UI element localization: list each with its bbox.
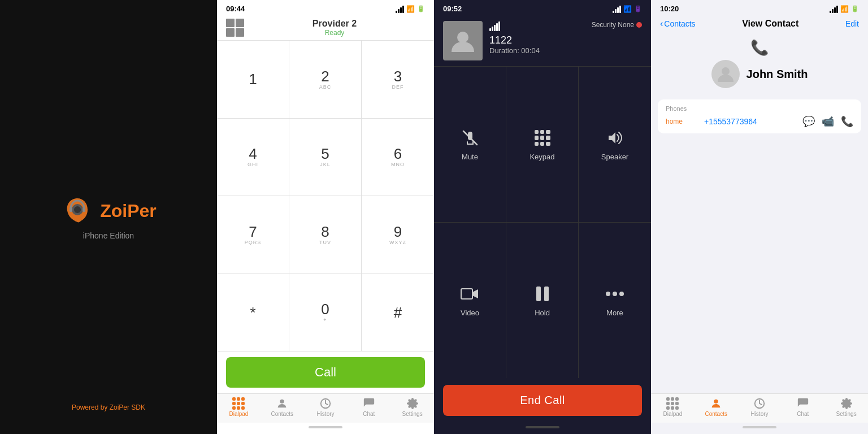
- settings-icon: [406, 397, 419, 410]
- video-button[interactable]: Video: [434, 223, 506, 378]
- call-info-section: 1122 Duration: 00:04 Security None: [434, 15, 651, 66]
- call-duration: Duration: 00:04: [489, 46, 585, 55]
- back-button[interactable]: ‹ Contacts: [660, 19, 696, 29]
- caller-avatar-image: [449, 27, 476, 54]
- dial-key-#[interactable]: #: [362, 274, 434, 352]
- tab-settings-contact[interactable]: Settings: [824, 397, 868, 417]
- more-icon: [605, 284, 625, 304]
- mute-label: Mute: [462, 153, 478, 161]
- svg-point-6: [457, 32, 468, 43]
- video-action-icon[interactable]: 📹: [822, 115, 834, 128]
- call-wifi-icon: 📶: [623, 5, 632, 13]
- tab-history-dialpad[interactable]: History: [304, 397, 348, 417]
- nav-title: View Contact: [696, 19, 845, 29]
- mute-icon: [460, 128, 480, 148]
- contact-app-icon: 📞: [750, 39, 769, 57]
- battery-icon: 🔋: [417, 5, 425, 12]
- speaker-icon: [605, 128, 625, 148]
- caller-avatar: [443, 21, 483, 60]
- speaker-button[interactable]: Speaker: [579, 67, 651, 223]
- provider-header: Provider 2 Ready: [217, 15, 434, 40]
- provider-name: Provider 2: [244, 19, 425, 29]
- screen-contact: 10:20 📶 🔋 ‹ Contacts View Contact Edit 📞: [651, 0, 868, 434]
- video-label: Video: [461, 309, 479, 317]
- dial-key-2[interactable]: 2ABC: [289, 41, 362, 119]
- more-button[interactable]: More: [579, 223, 651, 378]
- dial-key-4[interactable]: 4GHI: [217, 119, 289, 197]
- caller-info: 1122 Duration: 00:04: [489, 21, 585, 55]
- tab-bar-contact: Dialpad Contacts History Chat Settings: [651, 393, 868, 423]
- svg-rect-2: [70, 207, 72, 212]
- settings-icon-contact: [840, 397, 853, 410]
- back-chevron-icon: ‹: [660, 19, 663, 29]
- tab-contacts-label: Contacts: [271, 411, 293, 417]
- tab-history-contact-label: History: [750, 411, 768, 417]
- contact-header: 📞 John Smith: [651, 32, 868, 95]
- qr-icon[interactable]: [226, 19, 244, 37]
- brand-name: ZoiPer: [100, 201, 157, 222]
- svg-rect-11: [461, 289, 472, 299]
- keypad-icon: [532, 128, 553, 148]
- dial-key-5[interactable]: 5JKL: [289, 119, 362, 197]
- tab-dialpad-contact-label: Dialpad: [663, 411, 682, 417]
- dial-key-7[interactable]: 7PQRS: [217, 196, 289, 274]
- contact-avatar-row: John Smith: [711, 60, 808, 88]
- call-controls-grid: Mute Keypad Speaker: [434, 67, 651, 378]
- history-icon: [319, 397, 332, 410]
- tab-history-contact[interactable]: History: [738, 397, 782, 417]
- edit-button[interactable]: Edit: [845, 19, 859, 28]
- tab-history-label: History: [316, 411, 334, 417]
- security-dot: [636, 22, 642, 28]
- screen-active-call: 09:52 📶 🔋: [434, 0, 651, 434]
- mute-button[interactable]: Mute: [434, 67, 506, 223]
- dial-key-3[interactable]: 3DEF: [362, 41, 434, 119]
- tab-settings-dialpad[interactable]: Settings: [390, 397, 434, 417]
- brand-subtitle: iPhone Edition: [83, 231, 134, 240]
- tab-contacts-dialpad[interactable]: Contacts: [261, 397, 304, 417]
- status-icons: 📶 🔋: [396, 5, 425, 13]
- call-action-icon[interactable]: 📞: [841, 115, 853, 128]
- chat-icon: [362, 397, 376, 410]
- dial-key-*[interactable]: *: [217, 274, 289, 352]
- phone-number: +15553773964: [704, 117, 798, 126]
- contact-status-icons: 📶 🔋: [830, 5, 859, 13]
- history-icon-contact: [753, 397, 766, 410]
- dial-key-6[interactable]: 6MNO: [362, 119, 434, 197]
- tab-settings-label: Settings: [402, 411, 423, 417]
- tab-chat-contact[interactable]: Chat: [781, 397, 824, 417]
- svg-rect-3: [83, 207, 85, 212]
- dial-key-0[interactable]: 0+: [289, 274, 362, 352]
- phones-section-label: Phones: [666, 105, 853, 112]
- dialpad-grid: 12ABC3DEF4GHI5JKL6MNO7PQRS8TUV9WXYZ*0+#: [217, 40, 434, 351]
- call-battery-icon: 🔋: [634, 5, 642, 12]
- powered-text: Powered by ZoiPer SDK: [72, 403, 145, 411]
- video-icon: [460, 284, 480, 304]
- tab-dialpad-label: Dialpad: [229, 411, 248, 417]
- call-signal-bars: [489, 21, 585, 31]
- keypad-button[interactable]: Keypad: [506, 67, 579, 223]
- more-label: More: [606, 309, 623, 317]
- tab-contacts-contact[interactable]: Contacts: [695, 397, 738, 417]
- tab-dialpad[interactable]: Dialpad: [217, 397, 261, 417]
- hold-label: Hold: [535, 309, 550, 317]
- contact-name: John Smith: [747, 68, 808, 81]
- sms-action-icon[interactable]: 💬: [802, 115, 815, 128]
- hold-button[interactable]: Hold: [506, 223, 579, 378]
- contact-signal-icon: [830, 5, 838, 13]
- dial-key-9[interactable]: 9WXYZ: [362, 196, 434, 274]
- screen-splash: ZoiPer iPhone Edition Powered by ZoiPer …: [0, 0, 217, 434]
- home-bar-call: [526, 426, 559, 428]
- tab-dialpad-contact[interactable]: Dialpad: [651, 397, 695, 417]
- tab-settings-contact-label: Settings: [836, 411, 857, 417]
- contact-avatar: [711, 60, 740, 88]
- dial-key-1[interactable]: 1: [217, 41, 289, 119]
- provider-status: Ready: [244, 29, 425, 37]
- home-bar-dialpad: [309, 426, 342, 428]
- status-bar-contact: 10:20 📶 🔋: [651, 0, 868, 15]
- end-call-button[interactable]: End Call: [443, 385, 642, 416]
- contacts-icon-contact: [709, 397, 723, 410]
- zoiper-logo-icon: [60, 194, 94, 228]
- tab-chat-dialpad[interactable]: Chat: [347, 397, 390, 417]
- dial-key-8[interactable]: 8TUV: [289, 196, 362, 274]
- call-button[interactable]: Call: [226, 357, 425, 388]
